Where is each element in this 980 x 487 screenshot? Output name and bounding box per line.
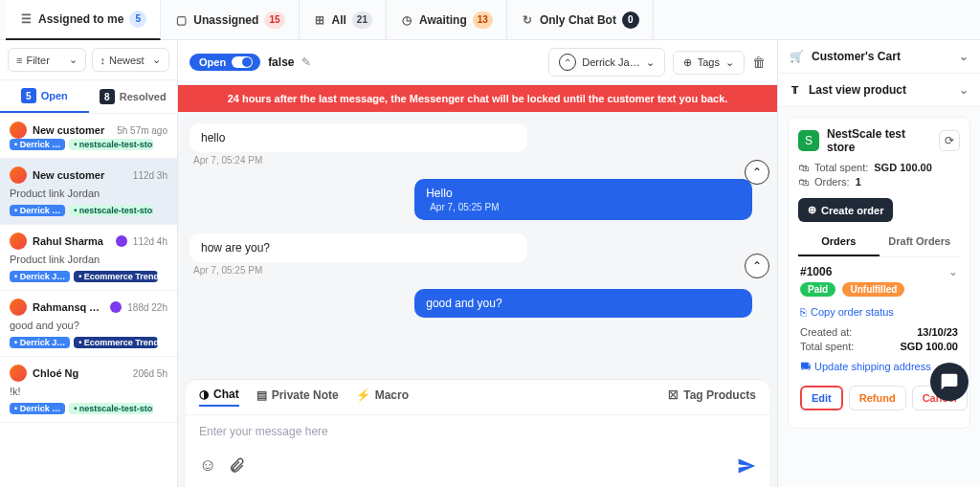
accordion-cart[interactable]: 🛒 Customer's Cart ⌄ [778,40,980,74]
emoji-button[interactable]: ☺ [199,455,216,476]
archive-icon: ☒ [668,388,679,402]
conv-name: New customer [33,124,111,136]
composer-tab-macro[interactable]: ⚡Macro [356,388,409,406]
tag-pill: • Derrick … [10,403,65,414]
tab-chatbot[interactable]: ↻ Only Chat Bot 0 [507,0,654,40]
tab-label: All [332,13,346,27]
conv-preview: good and you? [10,320,167,331]
filter-icon: ≡ [16,55,22,66]
tab-unassigned[interactable]: ▢ Unassigned 15 [161,0,299,40]
sort-icon: ↕ [100,55,106,66]
chat-panel: Open false ✎ ⌃ Derrick Ja… ⌄ ⊕ Tags ⌄ 🗑 [178,40,777,487]
tag-pill: • nestscale-test-store.my… [69,403,153,414]
tags-dropdown[interactable]: ⊕ Tags ⌄ [673,51,745,75]
sort-button[interactable]: ↕Newest ⌄ [92,48,170,72]
composer-tab-note[interactable]: ▤Private Note [256,388,339,406]
edit-icon[interactable]: ✎ [301,55,311,69]
plus-icon: ⊕ [808,204,816,216]
tab-count: 13 [473,11,493,29]
message-input[interactable] [199,425,756,438]
status-toggle[interactable]: Open [189,54,260,71]
tab-all[interactable]: ⊞ All 21 [300,0,387,40]
tag-pill: • Ecommerce Trend Nes… [74,337,158,348]
send-button[interactable] [737,456,756,476]
tab-orders[interactable]: Orders [798,228,880,256]
conversation-item[interactable]: Chloé Ng206d 5h!k!• Derrick …• nestscale… [0,357,177,423]
chat-title: false [268,55,294,69]
filter-button[interactable]: ≡Filter ⌄ [8,48,86,72]
tag-pill: • Ecommerce Trend Nes… [74,271,158,282]
bag-icon: 🛍 [798,176,809,188]
truck-icon: ⛟ [800,361,811,372]
refresh-button[interactable]: ⟳ [939,130,960,151]
conversation-item[interactable]: New customer112d 3hProduct link Jordan• … [0,159,177,225]
user-icon: ☰ [19,12,33,26]
conv-preview: Product link Jordan [10,254,167,265]
refresh-icon: ↻ [521,13,534,27]
tab-awaiting[interactable]: ◷ Awaiting 13 [387,0,507,40]
conv-name: Chloé Ng [33,367,127,379]
chevron-down-icon[interactable]: ⌄ [948,265,958,278]
edit-button[interactable]: Edit [800,386,843,410]
chat-fab[interactable] [930,363,969,401]
message-text: good and you? [426,297,741,310]
tag-pill: • nestscale-test-store.my… [69,205,153,216]
conversation-item[interactable]: New customer5h 57m ago• Derrick …• nests… [0,114,177,159]
status-paid: Paid [800,282,835,297]
copy-order-status[interactable]: ⎘Copy order status [800,306,894,318]
clock-icon: ◷ [400,13,413,27]
message-time: Apr 7, 05:25 PM [189,265,527,276]
cart-icon: 🛒 [790,50,804,63]
message-time: Apr 7, 05:25 PM [426,202,741,212]
chevron-down-icon: ⌄ [646,56,655,69]
message: how are you?Apr 7, 05:25 PM [189,233,527,276]
messenger-icon [116,235,127,247]
delete-icon[interactable]: 🗑 [752,55,766,70]
tag-products-button[interactable]: ☒Tag Products [668,388,756,406]
scroll-up-button[interactable]: ⌃ [745,160,769,185]
composer: ◑Chat ▤Private Note ⚡Macro ☒Tag Products… [186,379,769,487]
status-unfulfilled: Unfulfilled [842,282,904,297]
top-tab-bar: ☰ Assigned to me 5 ▢ Unassigned 15 ⊞ All… [0,0,980,40]
chat-icon: ◑ [199,387,209,401]
shopify-icon: S [798,130,819,151]
sidebar-tab-open[interactable]: 5 Open [0,80,89,113]
bag-icon: 🛍 [798,162,809,173]
avatar [10,122,27,139]
conv-time: 188d 22h [127,302,167,313]
note-icon: ▤ [256,388,267,402]
tag-pill: • nestscale-test-store.my… [69,139,153,150]
avatar [10,232,27,250]
create-order-button[interactable]: ⊕Create order [798,198,893,222]
messenger-icon [110,301,122,313]
message-bubble: HelloApr 7, 05:25 PM [414,179,752,220]
sidebar-tab-resolved[interactable]: 8 Resolved [89,80,178,113]
chevron-down-icon: ⌄ [69,54,78,66]
accordion-last-view[interactable]: ⫪ Last view product ⌄ [778,74,980,107]
tab-assigned-to-me[interactable]: ☰ Assigned to me 5 [6,0,161,40]
conv-time: 206d 5h [133,368,167,379]
scroll-down-button[interactable]: ⌃ [745,254,769,278]
tab-count: 15 [264,11,284,29]
message-bubble: how are you? [189,233,527,262]
user-up-icon: ⌃ [559,54,576,71]
tag-pill: • Derrick … [10,139,65,150]
conversation-item[interactable]: Rahmansq Arch188d 22hgood and you?• Derr… [0,291,177,357]
message: helloApr 7, 05:24 PM [189,123,527,166]
message: HelloApr 7, 05:25 PM [414,179,752,220]
tab-label: Assigned to me [38,12,123,26]
assignee-dropdown[interactable]: ⌃ Derrick Ja… ⌄ [548,48,665,77]
tab-count: 0 [622,11,639,29]
order-id: #1006 [800,265,943,278]
refund-button[interactable]: Refund [849,386,906,410]
attach-button[interactable] [228,457,245,475]
composer-tab-chat[interactable]: ◑Chat [199,387,239,407]
tag-pill: • Derrick … [10,205,65,216]
update-shipping-address[interactable]: ⛟Update shipping address [800,361,931,372]
chart-icon: ⫪ [790,83,801,97]
tab-draft-orders[interactable]: Draft Orders [880,228,961,256]
chevron-down-icon: ⌄ [725,56,734,69]
conversation-item[interactable]: Rahul Sharma112d 4hProduct link Jordan• … [0,225,177,291]
tab-label: Awaiting [419,13,467,27]
chevron-down-icon: ⌄ [152,54,161,66]
